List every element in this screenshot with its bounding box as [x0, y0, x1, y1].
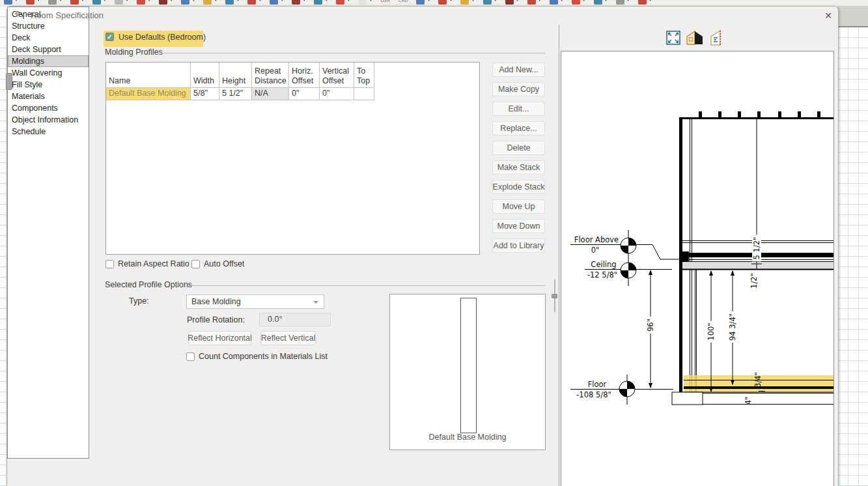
add-new-button[interactable]: Add New... [492, 63, 545, 77]
toolbar-icon[interactable]: ▾ [70, 0, 84, 5]
toolbar-icon[interactable]: ▾ [203, 0, 217, 5]
toolbar-icon[interactable]: ▾ [594, 0, 608, 5]
toolbar-icon[interactable]: ▾ [416, 0, 430, 5]
toolbar-icon[interactable]: ▾ [26, 0, 40, 5]
explode-stack-button[interactable]: Explode Stack [492, 180, 545, 194]
toolbar-icon[interactable]: ▾ [460, 0, 474, 5]
column-header-name: Name [106, 63, 191, 88]
app-toolbar-clipped: ▾▾▾▾▾▾▾▾▾▾▾▾▾▾▾▾▾USACAD▾▾▾▾▾▾▾▾▾▾▾ [0, 0, 868, 6]
reflect-vertical-button[interactable]: Reflect Vertical [260, 331, 316, 345]
background-gray-band [837, 6, 868, 27]
sidebar-item-schedule[interactable]: Schedule [8, 126, 89, 137]
toolbar-icon[interactable]: ▾ [4, 0, 18, 5]
splitter-knob[interactable] [552, 294, 557, 298]
toolbar-icon[interactable]: ▾ [225, 0, 239, 5]
reflect-horizontal-button[interactable]: Reflect Horizontal [188, 331, 251, 345]
add-to-library-button[interactable]: Add to Library [492, 238, 545, 253]
toolbar-icon[interactable]: ▾ [159, 0, 173, 5]
toolbar-mini-label[interactable]: USA [380, 0, 389, 5]
profile-preview-caption: Default Base Molding [390, 433, 545, 442]
auto-offset-checkbox[interactable] [191, 260, 200, 268]
move-up-button[interactable]: Move Up [492, 199, 545, 214]
floor-label: Floor [573, 380, 621, 389]
fill-window-icon[interactable] [665, 29, 682, 46]
toolbar-icon[interactable]: ▾ [527, 0, 541, 5]
replace-button[interactable]: Replace... [492, 121, 545, 136]
toolbar-icon[interactable]: ▾ [550, 0, 563, 5]
scrollbar-thumb[interactable] [6, 73, 12, 90]
use-defaults-checkbox[interactable]: ✓ [105, 33, 114, 41]
toolbar-icon[interactable]: ▾ [292, 0, 305, 5]
toolbar-icon[interactable]: ▾ [358, 0, 372, 5]
cell-horiz-offset: 0" [289, 88, 320, 100]
toolbar-icon[interactable]: ▾ [115, 0, 128, 5]
toolbar-icon[interactable]: ▾ [572, 0, 585, 5]
toolbar-icon[interactable]: ▾ [137, 0, 150, 5]
dim-floor-structure: 4" [744, 397, 753, 405]
toolbar-icon[interactable]: ▾ [336, 0, 350, 5]
toolbar-icon[interactable]: ▾ [616, 0, 630, 5]
type-label: Type: [129, 296, 149, 306]
make-stack-button[interactable]: Make Stack [492, 160, 545, 175]
edit-button[interactable]: Edit... [492, 102, 545, 116]
cell-width: 5/8" [191, 88, 219, 100]
dim-platform: 5 1/2" [752, 235, 761, 262]
molding-profiles-group-label: Molding Profiles [105, 48, 163, 57]
sidebar-item-fill-style[interactable]: Fill Style [8, 79, 89, 91]
molding-profiles-rule [161, 53, 545, 53]
dim-ceiling-finish: 1/2" [749, 273, 759, 289]
room-specification-icon [15, 10, 25, 23]
selected-profile-options-group-label: Selected Profile Options [105, 280, 192, 289]
cross-section-panel: Floor Above 0" Ceiling -12 5/8" Floor -1… [561, 51, 834, 486]
count-components-label: Count Components in Materials List [199, 352, 328, 361]
sidebar-item-object-information[interactable]: Object Information [8, 114, 89, 126]
panel-divider [559, 25, 559, 486]
dialog-title: Room Specification [31, 10, 104, 20]
sidebar-item-moldings[interactable]: Moldings [8, 55, 89, 67]
profile-rotation-field[interactable]: 0.0° [259, 313, 331, 326]
column-header-to-top: To Top [354, 63, 374, 88]
toolbar-icon[interactable]: ▾ [270, 0, 283, 5]
column-header-height: Height [219, 63, 252, 88]
profile-rotation-label: Profile Rotation: [187, 315, 245, 324]
toolbar-icon[interactable]: ▾ [483, 0, 497, 5]
retain-aspect-ratio-checkbox[interactable] [105, 260, 114, 268]
cad-detail-icon[interactable] [708, 29, 725, 46]
move-down-button[interactable]: Move Down [492, 219, 545, 233]
selected-profile-options-rule [188, 285, 545, 286]
toolbar-icon[interactable]: ▾ [48, 0, 62, 5]
toolbar-icon[interactable]: ▾ [247, 0, 261, 5]
retain-aspect-ratio-label: Retain Aspect Ratio [118, 259, 189, 268]
floor-above-value: 0" [567, 246, 624, 255]
floor-value: -108 5/8" [567, 390, 621, 399]
toolbar-icon[interactable]: ▾ [92, 0, 106, 5]
toolbar-mini-label[interactable]: CAD [399, 0, 408, 5]
cell-vertical-offset: 0" [320, 88, 354, 100]
count-components-checkbox[interactable] [186, 352, 195, 361]
graph-paper-grid [837, 27, 868, 486]
make-copy-button[interactable]: Make Copy [492, 82, 545, 96]
molding-profile-shape [460, 298, 477, 433]
toolbar-icon[interactable]: ▾ [505, 0, 519, 5]
sidebar-item-deck-support[interactable]: Deck Support [8, 44, 89, 55]
toolbar-icon[interactable]: ▾ [181, 0, 195, 5]
cell-name: Default Base Molding [106, 88, 191, 100]
cell-to-top [354, 88, 374, 100]
toolbar-icon[interactable]: ▾ [314, 0, 328, 5]
ceiling-value: -12 5/8" [573, 270, 632, 279]
background-grid-right [837, 6, 868, 486]
cell-height: 5 1/2" [219, 88, 252, 100]
color-on-off-icon[interactable] [686, 29, 703, 46]
sidebar-item-deck[interactable]: Deck [8, 32, 89, 44]
close-icon[interactable]: ✕ [820, 8, 837, 23]
room-specification-dialog: Room Specification ✕ General Structure D… [7, 6, 839, 486]
chevron-down-icon [313, 301, 318, 304]
sidebar-item-materials[interactable]: Materials [8, 91, 89, 102]
toolbar-icon[interactable]: ▾ [638, 0, 652, 5]
sidebar-item-components[interactable]: Components [8, 102, 89, 114]
sidebar-item-wall-covering[interactable]: Wall Covering [8, 67, 89, 79]
type-dropdown[interactable]: Base Molding [186, 294, 324, 309]
toolbar-icon[interactable]: ▾ [438, 0, 452, 5]
delete-button[interactable]: Delete [492, 141, 545, 155]
dim-to-molding: 94 3/4" [728, 311, 737, 343]
